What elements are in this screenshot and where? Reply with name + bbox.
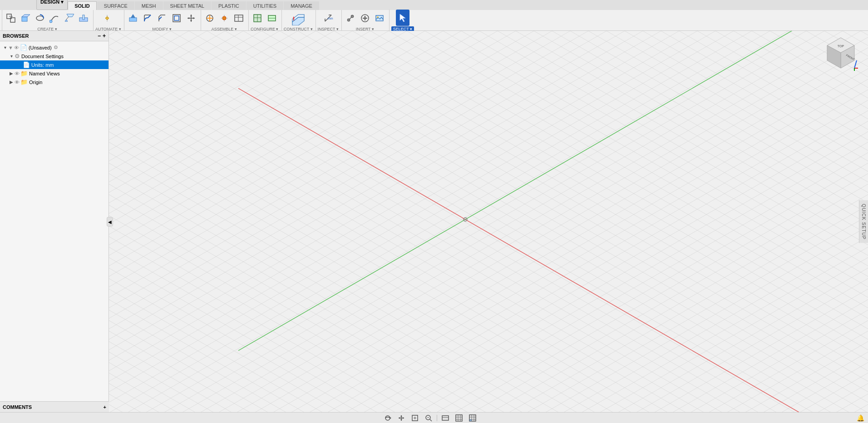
notifications-icon[interactable]: 🔔 (857, 414, 864, 422)
quick-setup-panel[interactable]: QUICK SETUP (859, 200, 868, 243)
automate-group: AUTOMATE ▾ (93, 10, 123, 31)
tab-surface[interactable]: SURFACE (97, 1, 134, 10)
tab-plastic[interactable]: PLASTIC (212, 1, 246, 10)
root-eye-icon[interactable]: 👁 (14, 45, 19, 50)
construct-label: CONSTRUCT ▾ (284, 27, 313, 31)
joint-table-btn[interactable] (232, 10, 246, 26)
move-btn[interactable] (184, 10, 198, 26)
doc-settings-expand[interactable]: ▾ (8, 54, 15, 59)
units-label: Units: mm (31, 62, 54, 68)
svg-marker-8 (67, 14, 74, 17)
configure-group: CONFIGURE ▾ (248, 10, 281, 31)
insert-group: INSERT ▾ (341, 10, 388, 31)
automate-group-inner (101, 10, 115, 26)
named-views-folder-icon: 📁 (20, 70, 28, 77)
tab-solid[interactable]: SOLID (68, 1, 97, 10)
tree-item-origin[interactable]: ▶ 👁 📁 Origin (0, 78, 108, 86)
tools-row: CREATE ▾ AUTOMATE ▾ (0, 10, 868, 31)
pan-btn[interactable] (396, 414, 407, 422)
collapse-sidebar-btn[interactable]: ◀ (107, 217, 113, 226)
inspect-label: INSPECT ▾ (318, 27, 339, 31)
svg-marker-407 (399, 417, 400, 419)
browser-expand-btn[interactable]: + (103, 33, 106, 39)
bottom-right: 🔔 (857, 414, 864, 422)
root-settings-icon[interactable]: ⚙ (54, 45, 58, 50)
svg-rect-11 (83, 15, 84, 20)
bottom-sep1 (437, 415, 437, 421)
bottom-center (382, 414, 478, 422)
svg-line-398 (854, 60, 857, 68)
grid-settings-btn[interactable] (454, 414, 464, 422)
insert-group-inner (344, 10, 386, 26)
svg-rect-29 (235, 15, 243, 21)
svg-point-6 (49, 20, 52, 23)
named-views-expand[interactable]: ▶ (8, 71, 15, 76)
automate-btn[interactable] (101, 10, 115, 26)
config1-btn[interactable] (251, 10, 264, 26)
press-pull-btn[interactable] (126, 10, 140, 26)
svg-line-46 (350, 17, 351, 19)
svg-marker-406 (400, 419, 402, 421)
named-views-label: Named Views (29, 71, 60, 76)
svg-marker-19 (190, 15, 192, 16)
origin-eye-icon[interactable]: 👁 (15, 80, 20, 85)
tree-item-root[interactable]: ▾ ▼ 👁 📄 (Unsaved) ⚙ (0, 43, 108, 52)
grid-background (109, 31, 868, 412)
browser-collapse-btn[interactable]: − (98, 33, 101, 39)
toolbar: DESIGN ▾ SOLID SURFACE MESH SHEET METAL … (0, 0, 868, 31)
tab-sheet-metal[interactable]: SHEET METAL (163, 1, 211, 10)
new-joint-btn[interactable] (203, 10, 217, 26)
joint-origin-btn[interactable] (217, 10, 231, 26)
fit-screen-btn[interactable] (409, 414, 420, 422)
chamfer-btn[interactable] (155, 10, 169, 26)
insert-ref-btn[interactable] (344, 10, 357, 26)
root-expand[interactable]: ▾ (2, 45, 8, 50)
offset-plane-btn[interactable] (288, 10, 308, 26)
svg-rect-13 (129, 18, 137, 21)
browser-header-icons: − + (98, 33, 106, 39)
comments-expand-btn[interactable]: + (104, 404, 106, 410)
select-group-inner (396, 10, 409, 26)
view-settings-btn[interactable] (467, 414, 478, 422)
root-file-icon: 📄 (20, 44, 27, 51)
insert-plus-btn[interactable] (358, 10, 372, 26)
svg-point-401 (385, 416, 390, 420)
tree-item-units[interactable]: 📄 Units: mm (0, 60, 108, 69)
tab-utilities[interactable]: UTILITIES (247, 1, 283, 10)
design-dropdown-arrow: ▾ (61, 0, 64, 5)
revolve-btn[interactable] (33, 10, 47, 26)
svg-marker-408 (403, 417, 404, 419)
new-component-btn[interactable] (4, 10, 18, 26)
modify-group: MODIFY ▾ (124, 10, 200, 31)
bottom-bar: 🔔 (0, 412, 868, 423)
rib-btn[interactable] (77, 10, 90, 26)
extrude-btn[interactable] (19, 10, 32, 26)
root-label: (Unsaved) (29, 45, 52, 50)
tab-manage[interactable]: MANAGE (284, 1, 319, 10)
measure-btn[interactable]: mm (321, 10, 335, 26)
orbit-btn[interactable] (382, 414, 393, 422)
tree-item-doc-settings[interactable]: ▾ ⚙ Document Settings (0, 52, 108, 60)
root-vis-icon[interactable]: ▼ (8, 45, 13, 50)
svg-marker-7 (65, 20, 68, 21)
zoom-prev-btn[interactable] (423, 414, 434, 422)
comments-bar: COMMENTS + (0, 401, 109, 412)
config2-btn[interactable] (265, 10, 279, 26)
origin-expand[interactable]: ▶ (8, 80, 15, 85)
origin-label: Origin (29, 80, 42, 85)
loft-btn[interactable] (62, 10, 76, 26)
tree-item-named-views[interactable]: ▶ 👁 📁 Named Views (0, 69, 108, 78)
named-views-eye-icon[interactable]: 👁 (15, 71, 20, 76)
view-cube[interactable]: TOP FRONT (823, 35, 859, 72)
shell-btn[interactable] (170, 10, 183, 26)
display-settings-btn[interactable] (440, 414, 451, 422)
create-label: CREATE ▾ (37, 27, 57, 31)
insert-img-btn[interactable] (373, 10, 386, 26)
viewport[interactable]: TOP FRONT QUICK SETUP (109, 31, 868, 412)
browser-title: BROWSER (3, 33, 29, 39)
sweep-btn[interactable] (48, 10, 61, 26)
tab-mesh[interactable]: MESH (135, 1, 163, 10)
design-button[interactable]: DESIGN ▾ (36, 0, 68, 10)
fillet-btn[interactable] (141, 10, 154, 26)
select-btn[interactable] (396, 10, 409, 26)
